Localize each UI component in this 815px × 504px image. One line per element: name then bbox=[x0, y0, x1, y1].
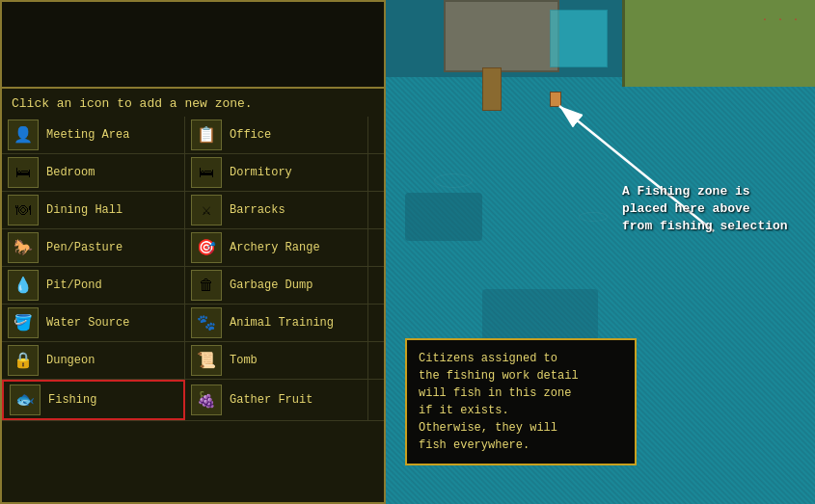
zone-item-garbage-dump[interactable]: 🗑 Garbage Dump bbox=[185, 267, 368, 304]
fishing-icon: 🐟 bbox=[10, 385, 41, 415]
meeting-area-icon: 👤 bbox=[8, 119, 39, 150]
animal-training-icon: 🐾 bbox=[191, 307, 222, 338]
zone-row-4: 🐎 Pen/Pasture 🎯 Archery Range bbox=[2, 229, 384, 267]
zone-item-animal-training[interactable]: 🐾 Animal Training bbox=[185, 305, 368, 341]
bedroom-label: Bedroom bbox=[46, 166, 95, 179]
water-ripple-2 bbox=[579, 212, 608, 222]
pit-pond-label: Pit/Pond bbox=[46, 279, 102, 292]
dungeon-label: Dungeon bbox=[46, 354, 95, 367]
animal-training-label: Animal Training bbox=[230, 316, 334, 330]
zone-item-pit-pond[interactable]: 💧 Pit/Pond bbox=[2, 267, 185, 304]
zone-item-barracks[interactable]: ⚔ Barracks bbox=[185, 192, 368, 228]
zone-item-bedroom[interactable]: 🛏 Bedroom bbox=[2, 154, 185, 191]
zone-item-tomb[interactable]: 📜 Tomb bbox=[185, 342, 368, 379]
pen-pasture-icon: 🐎 bbox=[8, 232, 39, 263]
annotation-line3: from fishing selection bbox=[622, 219, 788, 233]
garbage-dump-label: Garbage Dump bbox=[230, 279, 312, 292]
game-world-panel: · · · A Fishing zone is placed here abov… bbox=[386, 0, 815, 504]
zone-selector-panel: Click an icon to add a new zone. 👤 Meeti… bbox=[0, 0, 386, 504]
tomb-icon: 📜 bbox=[191, 345, 222, 376]
zone-row-1: 👤 Meeting Area 📋 Office bbox=[2, 117, 384, 154]
annotation-line1: A Fishing zone is bbox=[622, 184, 750, 199]
annotation-line2: placed here above bbox=[622, 201, 750, 216]
stone-top-wall bbox=[444, 0, 559, 72]
tooltip-box: Citizens assigned tothe fishing work det… bbox=[405, 338, 637, 465]
archery-range-label: Archery Range bbox=[230, 241, 320, 254]
fishing-zone-highlight bbox=[550, 10, 608, 67]
fishing-label: Fishing bbox=[48, 393, 96, 407]
gather-fruit-icon: 🍇 bbox=[191, 385, 222, 415]
zone-item-archery-range[interactable]: 🎯 Archery Range bbox=[185, 229, 368, 266]
zone-item-dormitory[interactable]: 🛏 Dormitory bbox=[185, 154, 368, 191]
dark-water-1 bbox=[405, 193, 482, 241]
bedroom-icon: 🛏 bbox=[8, 157, 39, 188]
zone-item-fishing[interactable]: 🐟 Fishing bbox=[2, 380, 185, 420]
zone-row-3: 🍽 Dining Hall ⚔ Barracks bbox=[2, 192, 384, 229]
grass-patch: · · · bbox=[622, 0, 815, 87]
water-source-label: Water Source bbox=[46, 316, 129, 330]
instruction-text: Click an icon to add a new zone. bbox=[2, 89, 384, 117]
zone-item-office[interactable]: 📋 Office bbox=[185, 117, 368, 153]
barracks-icon: ⚔ bbox=[191, 195, 222, 225]
annotation-container: A Fishing zone is placed here above from… bbox=[622, 183, 805, 236]
dining-hall-label: Dining Hall bbox=[46, 203, 122, 217]
tomb-label: Tomb bbox=[230, 354, 258, 367]
zone-item-dungeon[interactable]: 🔒 Dungeon bbox=[2, 342, 185, 379]
barracks-label: Barracks bbox=[230, 203, 285, 217]
water-source-icon: 🪣 bbox=[8, 307, 39, 338]
zone-item-gather-fruit[interactable]: 🍇 Gather Fruit bbox=[185, 380, 368, 420]
dining-hall-icon: 🍽 bbox=[8, 195, 39, 225]
tooltip-text: Citizens assigned tothe fishing work det… bbox=[419, 352, 579, 452]
gather-fruit-label: Gather Fruit bbox=[230, 393, 312, 407]
office-label: Office bbox=[230, 128, 271, 142]
garbage-dump-icon: 🗑 bbox=[191, 270, 222, 301]
meeting-area-label: Meeting Area bbox=[46, 128, 129, 142]
zone-row-7: 🔒 Dungeon 📜 Tomb bbox=[2, 342, 384, 380]
pen-pasture-label: Pen/Pasture bbox=[46, 241, 122, 254]
wooden-dock bbox=[482, 67, 502, 111]
office-icon: 📋 bbox=[191, 119, 222, 150]
dungeon-icon: 🔒 bbox=[8, 345, 39, 376]
zone-item-pen-pasture[interactable]: 🐎 Pen/Pasture bbox=[2, 229, 185, 266]
red-flower-dots: · · · bbox=[762, 14, 810, 34]
water-ripple-1 bbox=[434, 173, 473, 188]
pit-pond-icon: 💧 bbox=[8, 270, 39, 301]
top-preview-bar bbox=[2, 2, 384, 89]
zone-item-water-source[interactable]: 🪣 Water Source bbox=[2, 305, 185, 341]
archery-range-icon: 🎯 bbox=[191, 232, 222, 263]
dormitory-label: Dormitory bbox=[230, 166, 292, 179]
zone-row-5: 💧 Pit/Pond 🗑 Garbage Dump bbox=[2, 267, 384, 305]
zone-item-meeting-area[interactable]: 👤 Meeting Area bbox=[2, 117, 185, 153]
zone-row-8: 🐟 Fishing 🍇 Gather Fruit bbox=[2, 380, 384, 421]
zone-row-6: 🪣 Water Source 🐾 Animal Training bbox=[2, 305, 384, 342]
dormitory-icon: 🛏 bbox=[191, 157, 222, 188]
zone-row-2: 🛏 Bedroom 🛏 Dormitory bbox=[2, 154, 384, 192]
zone-item-dining-hall[interactable]: 🍽 Dining Hall bbox=[2, 192, 185, 228]
pixel-character bbox=[550, 92, 561, 107]
zone-list: 👤 Meeting Area 📋 Office 🛏 Bedroom 🛏 Dorm… bbox=[2, 117, 384, 502]
